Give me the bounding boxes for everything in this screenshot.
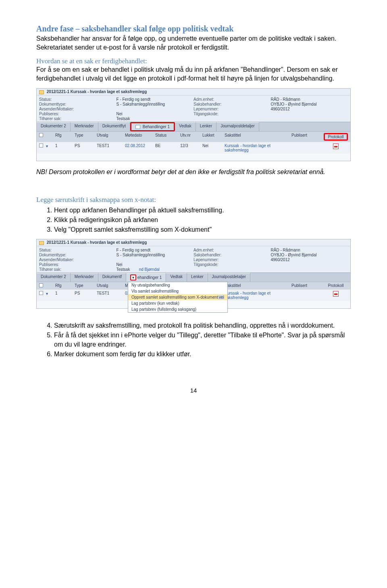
tab-dokumentflyt[interactable]: Dokumentflyt bbox=[98, 122, 130, 131]
folder-icon bbox=[39, 90, 44, 94]
table-row[interactable]: ▾ 1 PS TEST1 02.08.2012 BE 12/3 Nei Kurs… bbox=[37, 142, 350, 154]
tab-behandlinger-label: Behandlinger 1 bbox=[143, 125, 170, 129]
col-sakstittel: Sakstittel bbox=[225, 283, 291, 288]
tab-merknader[interactable]: Merknader bbox=[71, 273, 98, 282]
val-admenhet: RÅD - Rådmann bbox=[271, 97, 300, 102]
row-action-icon[interactable]: ▾ bbox=[44, 291, 50, 296]
ephorte-screenshot-2: 2012/1221-1 Kurssak - hvordan lage et sa… bbox=[36, 239, 351, 308]
col-protokoll-highlight: Protokoll bbox=[324, 133, 348, 141]
label-avsender: Avsender/Mottaker: bbox=[39, 258, 77, 262]
cell-utvalg: TEST1 bbox=[97, 291, 125, 300]
sub-heading-1: Hvordan se at en sak er ferdigbehandlet: bbox=[36, 57, 351, 65]
page-number: 14 bbox=[36, 387, 351, 394]
row-checkbox[interactable] bbox=[39, 143, 43, 148]
val-saksbehandler: OYBJO - Øyvind Bjørndal bbox=[271, 102, 317, 106]
window-titlebar: 2012/1221-1 Kurssak - hvordan lage et sa… bbox=[37, 239, 350, 246]
grid-header: Rfg Type Utvalg Møtedato Status Utv.nr L… bbox=[37, 131, 350, 142]
val-pub: Nei bbox=[117, 112, 123, 116]
tab-journalpostdetaljer[interactable]: Journalpostdetaljer bbox=[208, 273, 251, 282]
row-action-icon[interactable]: ▾ bbox=[44, 144, 50, 148]
window-titlebar: 2012/1221-1 Kurssak - hvordan lage et sa… bbox=[37, 89, 350, 95]
tab-strip: Dokumenter 2 Merknader Dokumentflyt Beha… bbox=[37, 122, 350, 131]
row-checkbox[interactable] bbox=[39, 291, 43, 295]
label-status: Status: bbox=[39, 248, 77, 252]
empty-row bbox=[37, 154, 350, 161]
cell-rfg: 1 bbox=[55, 143, 75, 152]
val-lopenummer: 4960/2012 bbox=[271, 107, 290, 111]
ordered-list-2: Særutskrift av saksfremstilling, med pro… bbox=[36, 321, 351, 359]
cell-type: PS bbox=[75, 143, 97, 152]
val-doktype: S - Saksframlegg/innstilling bbox=[117, 102, 165, 106]
tab-vedtak[interactable]: Vedtak bbox=[175, 122, 196, 131]
label-tilhorersak: Tilhører sak: bbox=[39, 116, 77, 121]
tab-lenker[interactable]: Lenker bbox=[187, 273, 208, 282]
paragraph-2: For å se om en sak er behandlet i politi… bbox=[36, 65, 351, 83]
label-lopenummer: Løpenummer: bbox=[194, 107, 232, 111]
label-saksbehandler: Saksbehandler: bbox=[194, 102, 232, 106]
tab-merknader[interactable]: Merknader bbox=[71, 122, 98, 131]
cell-utvalg: TEST1 bbox=[97, 143, 125, 152]
val-lopenummer: 4960/2012 bbox=[271, 258, 290, 262]
cell-motedato[interactable]: 02.08.2012 bbox=[125, 143, 155, 152]
cell-rfg: 1 bbox=[55, 291, 75, 300]
cell-utvnr: 12/3 bbox=[180, 143, 202, 152]
cell-protokoll[interactable] bbox=[324, 291, 348, 300]
intro-paragraph: Saksbehandler har ansvar for å følge opp… bbox=[36, 34, 351, 52]
tab-dokumenter[interactable]: Dokumenter 2 bbox=[37, 122, 71, 131]
label-avsender: Avsender/Mottaker: bbox=[39, 107, 77, 111]
window-title: 2012/1221-1 Kurssak - hvordan lage et sa… bbox=[47, 89, 147, 94]
metadata-panel: Status: Dokumenttype: Avsender/Mottaker:… bbox=[37, 246, 350, 272]
cell-lukket: Nei bbox=[202, 143, 225, 152]
menu-item-lag-partsbrev-saksgang[interactable]: Lag partsbrev (fullstendig saksgang) bbox=[128, 306, 227, 312]
col-utvalg: Utvalg bbox=[97, 283, 125, 288]
menu-item-lag-partsbrev-vedtak[interactable]: Lag partsbrev (kun vedtak) bbox=[128, 300, 227, 306]
tab-journalpostdetaljer[interactable]: Journalpostdetaljer bbox=[216, 122, 259, 131]
col-publisert: Publisert bbox=[291, 133, 324, 141]
tab-behandlinger[interactable]: ▾ ehandlinger 1 bbox=[126, 273, 166, 282]
tab-behandlinger-highlight[interactable]: Behandlinger 1 bbox=[130, 122, 175, 131]
label-tilhorersak: Tilhører sak: bbox=[39, 267, 77, 272]
tab-vedtak[interactable]: Vedtak bbox=[166, 273, 187, 282]
val-status: F - Ferdig og sendt bbox=[117, 97, 150, 102]
edit-icon-highlight[interactable]: ▾ bbox=[130, 274, 136, 280]
val-tilh-link[interactable]: nd Bjørndal bbox=[139, 267, 160, 272]
label-admenhet: Adm.enhet: bbox=[194, 97, 232, 102]
col-motedato: Møtedato bbox=[125, 133, 155, 141]
tab-dokumenter[interactable]: Dokumenter 2 bbox=[37, 273, 71, 282]
label-saksbehandler: Saksbehandler: bbox=[194, 253, 232, 257]
pdf-icon[interactable] bbox=[333, 291, 339, 297]
col-sakstittel: Sakstittel bbox=[225, 133, 291, 141]
metadata-panel: Status: Dokumenttype: Avsender/Mottaker:… bbox=[37, 96, 350, 122]
label-doktype: Dokumenttype: bbox=[39, 102, 77, 106]
cell-status: BE bbox=[155, 143, 180, 152]
checkbox-all[interactable] bbox=[39, 133, 43, 137]
cell-sakstittel[interactable]: Kurssak - hvordan lage et saksfremlegg bbox=[225, 143, 291, 152]
val-tilh: Testsak bbox=[117, 116, 130, 121]
label-tilgangskode: Tilgangskode: bbox=[194, 262, 232, 267]
val-status: F - Ferdig og sendt bbox=[117, 248, 150, 252]
tab-behandlinger-label-partial: ehandlinger 1 bbox=[137, 275, 162, 280]
label-admenhet: Adm.enhet: bbox=[194, 248, 232, 252]
cell-protokoll[interactable] bbox=[324, 143, 348, 152]
col-rfg: Rfg bbox=[55, 283, 75, 288]
context-menu: Ny utvalgsbehandling Vis samlet saksfrem… bbox=[128, 282, 228, 313]
tab-dokumentflyt[interactable]: Dokumentf bbox=[98, 273, 126, 282]
list-item: Får å få det sjekket inn i ePhorte velge… bbox=[54, 330, 351, 349]
checkbox-all[interactable] bbox=[39, 283, 43, 287]
menu-item-vis-samlet[interactable]: Vis samlet saksfremstilling bbox=[128, 288, 227, 294]
label-status: Status: bbox=[39, 97, 77, 102]
col-utvnr: Utv.nr bbox=[180, 133, 202, 141]
col-rfg: Rfg bbox=[55, 133, 75, 141]
edit-icon[interactable] bbox=[135, 125, 140, 129]
menu-item-ny-utvalgsbehandling[interactable]: Ny utvalgsbehandling bbox=[128, 282, 227, 288]
tab-lenker[interactable]: Lenker bbox=[196, 122, 217, 131]
col-protokoll: Protokoll bbox=[324, 283, 348, 288]
main-heading: Andre fase – saksbehandler skal følge op… bbox=[36, 24, 351, 33]
menu-item-opprett-xdok[interactable]: Opprett samlet saksfremstilling som X-do… bbox=[128, 294, 227, 300]
col-type: Type bbox=[75, 283, 97, 288]
nb-note: NB! Dersom protokollen er i wordformat b… bbox=[36, 168, 351, 177]
val-doktype: S - Saksframlegg/innstilling bbox=[117, 253, 165, 257]
col-lukket: Lukket bbox=[202, 133, 225, 141]
cell-sakstittel[interactable]: Kurssak - hvordan lage et saksfremlegg bbox=[225, 291, 291, 300]
pdf-icon[interactable] bbox=[333, 143, 339, 149]
